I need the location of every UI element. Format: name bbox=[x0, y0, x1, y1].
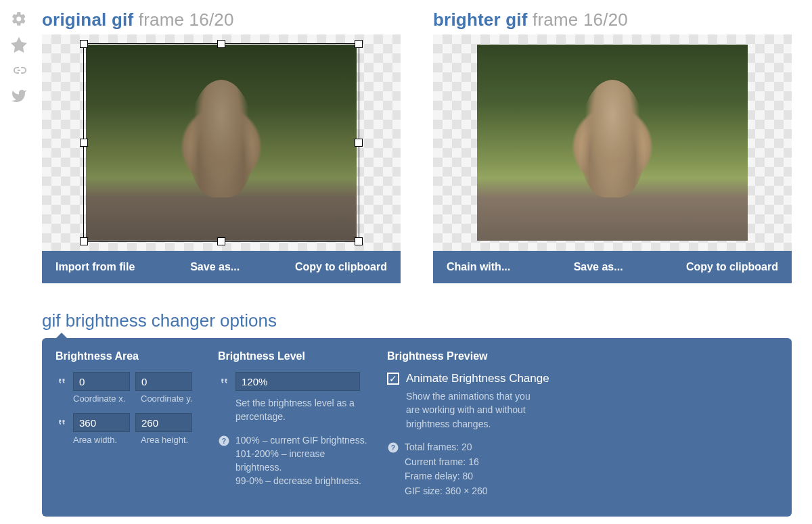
brighter-canvas[interactable] bbox=[433, 34, 792, 251]
level-desc: Set the brightness level as a percentage… bbox=[218, 396, 374, 424]
crop-handle-tc[interactable] bbox=[217, 40, 225, 48]
crop-handle-tr[interactable] bbox=[355, 40, 363, 48]
original-heading: original gif frame 16/20 bbox=[42, 9, 401, 30]
animate-checkbox[interactable]: ✓ bbox=[387, 373, 399, 385]
quote-icon bbox=[55, 375, 68, 387]
coord-y-input[interactable] bbox=[135, 372, 192, 391]
coord-x-label: Coordinate x. bbox=[73, 394, 135, 404]
coord-x-input[interactable] bbox=[73, 372, 130, 391]
brighter-heading: brighter gif frame 16/20 bbox=[433, 9, 792, 30]
options-title: gif brightness changer options bbox=[42, 310, 792, 331]
area-heading: Brightness Area bbox=[55, 350, 204, 362]
save-as-button[interactable]: Save as... bbox=[190, 261, 240, 273]
svg-text:?: ? bbox=[222, 436, 226, 444]
brighter-image bbox=[477, 45, 748, 241]
area-height-input[interactable] bbox=[135, 413, 192, 432]
quote-icon bbox=[218, 375, 230, 387]
animate-checkbox-label: Animate Brightness Change bbox=[406, 372, 549, 385]
save-as-button-2[interactable]: Save as... bbox=[574, 261, 623, 273]
svg-text:?: ? bbox=[391, 444, 395, 452]
area-height-label: Area height. bbox=[141, 435, 188, 445]
crop-handle-bc[interactable] bbox=[217, 237, 225, 245]
level-heading: Brightness Level bbox=[218, 350, 374, 362]
help-icon: ? bbox=[218, 435, 230, 447]
preview-heading: Brightness Preview bbox=[387, 350, 778, 362]
crop-selection[interactable] bbox=[84, 44, 359, 241]
crop-handle-ml[interactable] bbox=[80, 139, 88, 147]
gear-icon[interactable] bbox=[11, 11, 27, 27]
copy-clipboard-button[interactable]: Copy to clipboard bbox=[295, 261, 387, 273]
area-width-label: Area width. bbox=[73, 435, 135, 445]
preview-desc: Show the animations that you are working… bbox=[387, 389, 778, 431]
options-panel: Brightness Area Coordinate x. Coordinate… bbox=[42, 338, 792, 517]
chain-with-button[interactable]: Chain with... bbox=[447, 261, 510, 273]
help-icon: ? bbox=[387, 442, 399, 454]
copy-clipboard-button-2[interactable]: Copy to clipboard bbox=[686, 261, 778, 273]
area-width-input[interactable] bbox=[73, 413, 130, 432]
crop-handle-mr[interactable] bbox=[355, 139, 363, 147]
quote-icon bbox=[55, 416, 68, 429]
original-canvas[interactable] bbox=[42, 34, 401, 251]
crop-handle-tl[interactable] bbox=[80, 40, 88, 48]
link-icon[interactable] bbox=[11, 62, 27, 78]
brighter-action-bar: Chain with... Save as... Copy to clipboa… bbox=[433, 251, 792, 283]
brightness-level-input[interactable] bbox=[235, 372, 360, 391]
crop-handle-bl[interactable] bbox=[80, 237, 88, 245]
coord-y-label: Coordinate y. bbox=[141, 394, 192, 404]
original-action-bar: Import from file Save as... Copy to clip… bbox=[42, 251, 401, 283]
import-button[interactable]: Import from file bbox=[55, 261, 135, 273]
twitter-icon[interactable] bbox=[11, 88, 27, 104]
level-help-text: 100% – current GIF brightness. 101-200% … bbox=[235, 433, 374, 488]
crop-handle-br[interactable] bbox=[355, 237, 363, 245]
star-icon[interactable] bbox=[11, 37, 27, 53]
preview-info: Total frames: 20 Current frame: 16 Frame… bbox=[405, 440, 488, 499]
